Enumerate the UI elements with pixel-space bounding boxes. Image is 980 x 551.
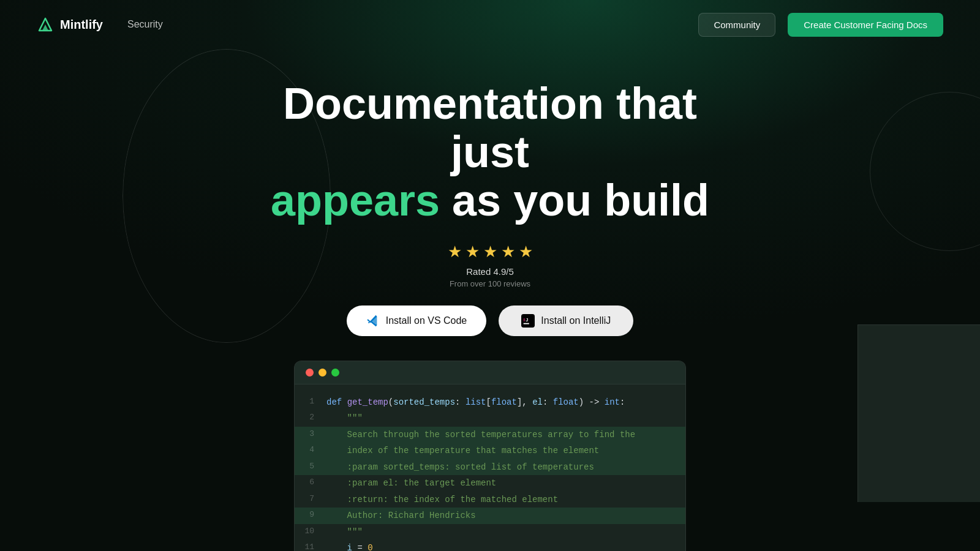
code-line-9: 9 Author: Richard Hendricks <box>295 508 685 524</box>
cta-buttons: Install on VS Code I J Install on Intell… <box>347 305 634 336</box>
star-1: ★ <box>448 242 462 261</box>
star-5: ★ <box>519 242 533 261</box>
star-2: ★ <box>466 242 480 261</box>
code-line-1: 1 def get_temp(sorted_temps: list[float]… <box>295 394 685 411</box>
install-vscode-button[interactable]: Install on VS Code <box>347 305 487 336</box>
hero-title-part1: Documentation that just <box>283 79 697 176</box>
star-4: ★ <box>501 242 515 261</box>
vscode-icon <box>366 314 380 328</box>
navbar: Mintlify Security Community Create Custo… <box>0 0 980 49</box>
star-3: ★ <box>483 242 497 261</box>
logo-text: Mintlify <box>60 18 103 32</box>
rating-text: Rated 4.9/5 <box>466 266 514 277</box>
traffic-light-green <box>331 369 339 377</box>
code-line-10: 10 """ <box>295 524 685 541</box>
install-vscode-label: Install on VS Code <box>386 315 467 326</box>
community-button[interactable]: Community <box>698 13 775 37</box>
svg-marker-1 <box>42 24 48 31</box>
code-line-3: 3 Search through the sorted temperatures… <box>295 427 685 443</box>
install-intellij-label: Install on IntelliJ <box>541 315 611 326</box>
nav-left: Mintlify Security <box>37 16 163 33</box>
svg-rect-3 <box>524 323 529 324</box>
traffic-light-red <box>306 369 314 377</box>
code-line-4: 4 index of the temperature that matches … <box>295 443 685 459</box>
create-docs-button[interactable]: Create Customer Facing Docs <box>788 13 943 37</box>
hero-title-part3: as you build <box>440 176 709 225</box>
svg-text:J: J <box>526 317 529 322</box>
code-line-2: 2 """ <box>295 410 685 427</box>
logo[interactable]: Mintlify <box>37 16 103 33</box>
code-body: 1 def get_temp(sorted_temps: list[float]… <box>295 384 685 551</box>
code-line-6: 6 :param el: the target element <box>295 475 685 492</box>
code-window: 1 def get_temp(sorted_temps: list[float]… <box>294 361 686 551</box>
rating-sub: From over 100 reviews <box>450 279 530 288</box>
install-intellij-button[interactable]: I J Install on IntelliJ <box>499 305 633 336</box>
traffic-light-yellow <box>318 369 326 377</box>
code-titlebar <box>295 361 685 384</box>
svg-text:I: I <box>524 317 525 322</box>
hero-section: Documentation that just appears as you b… <box>0 80 980 336</box>
side-panel <box>858 324 980 502</box>
code-line-5: 5 :param sorted_temps: sorted list of te… <box>295 459 685 476</box>
hero-title: Documentation that just appears as you b… <box>239 80 741 225</box>
code-line-7: 7 :return: the index of the matched elem… <box>295 492 685 508</box>
code-line-11: 11 i = 0 <box>295 540 685 551</box>
nav-link-security[interactable]: Security <box>127 19 163 30</box>
logo-icon <box>37 16 54 33</box>
nav-right: Community Create Customer Facing Docs <box>698 13 943 37</box>
intellij-icon: I J <box>521 314 535 328</box>
star-rating: ★ ★ ★ ★ ★ <box>448 242 533 261</box>
hero-title-highlight: appears <box>271 176 440 225</box>
